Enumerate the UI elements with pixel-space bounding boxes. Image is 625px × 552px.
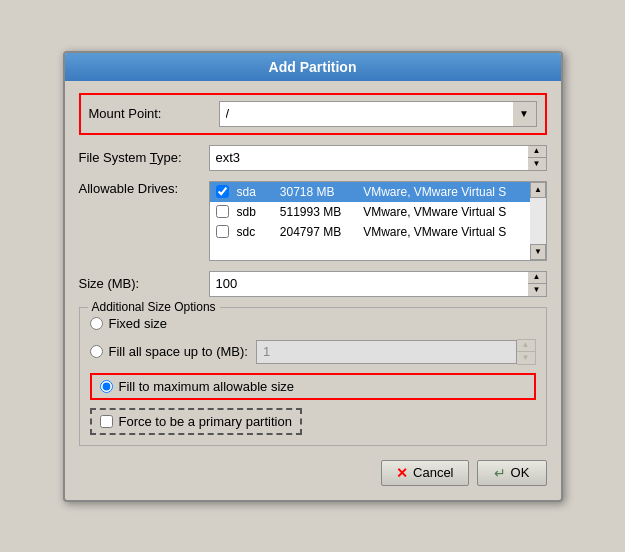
size-row: Size (MB): ▲ ▼	[79, 271, 547, 297]
force-primary-row: Force to be a primary partition	[90, 408, 302, 435]
drives-scrollbar: ▲ ▼	[531, 181, 547, 261]
file-system-field-wrap: ▲ ▼	[209, 145, 547, 171]
mount-point-label: Mount Point:	[89, 106, 219, 121]
mount-point-input[interactable]	[219, 101, 513, 127]
mount-point-field-wrap: ▼	[219, 101, 537, 127]
fill-max-radio[interactable]	[100, 380, 113, 393]
additional-size-section: Additional Size Options Fixed size Fill …	[79, 307, 547, 446]
file-system-spin-up[interactable]: ▲	[528, 146, 546, 158]
size-field-wrap: ▲ ▼	[209, 271, 547, 297]
file-system-spin-down[interactable]: ▼	[528, 158, 546, 170]
mount-point-dropdown-btn[interactable]: ▼	[513, 101, 537, 127]
drive-item-sdc[interactable]: sdc 204797 MB VMware, VMware Virtual S	[210, 222, 530, 242]
cancel-icon: ✕	[396, 465, 408, 481]
fixed-size-row: Fixed size	[90, 316, 536, 331]
fill-up-radio[interactable]	[90, 345, 103, 358]
file-system-label: File System Type:	[79, 150, 209, 165]
allowable-drives-row: Allowable Drives: sda 30718 MB VMware, V…	[79, 181, 547, 261]
fill-up-label: Fill all space up to (MB):	[109, 344, 248, 359]
ok-label: OK	[511, 465, 530, 480]
fill-up-spin-down[interactable]: ▼	[517, 352, 535, 364]
dialog-title: Add Partition	[65, 53, 561, 81]
ok-button[interactable]: ↵ OK	[477, 460, 547, 486]
drive-checkbox-sda[interactable]	[216, 185, 229, 198]
file-system-spinner: ▲ ▼	[528, 145, 547, 171]
drive-checkbox-sdb[interactable]	[216, 205, 229, 218]
drive-checkbox-sdc[interactable]	[216, 225, 229, 238]
scrollbar-down-btn[interactable]: ▼	[530, 244, 546, 260]
size-spinner: ▲ ▼	[528, 271, 547, 297]
mount-point-row: Mount Point: ▼	[79, 93, 547, 135]
scrollbar-track	[530, 198, 546, 244]
drive-item-sda[interactable]: sda 30718 MB VMware, VMware Virtual S	[210, 182, 530, 202]
button-row: ✕ Cancel ↵ OK	[79, 456, 547, 488]
drives-list: sda 30718 MB VMware, VMware Virtual S sd…	[209, 181, 531, 261]
size-label: Size (MB):	[79, 276, 209, 291]
add-partition-dialog: Add Partition Mount Point: ▼ File System…	[63, 51, 563, 502]
fill-up-input[interactable]	[256, 340, 517, 364]
fill-up-spinner: ▲ ▼	[517, 339, 536, 365]
cancel-button[interactable]: ✕ Cancel	[381, 460, 468, 486]
size-spin-up[interactable]: ▲	[528, 272, 546, 284]
section-legend: Additional Size Options	[88, 300, 220, 314]
fixed-size-radio[interactable]	[90, 317, 103, 330]
fill-max-label: Fill to maximum allowable size	[119, 379, 295, 394]
ok-icon: ↵	[494, 465, 506, 481]
drive-item-sdb[interactable]: sdb 511993 MB VMware, VMware Virtual S	[210, 202, 530, 222]
fill-up-row: Fill all space up to (MB): ▲ ▼	[90, 339, 536, 365]
allowable-drives-label: Allowable Drives:	[79, 181, 209, 196]
scrollbar-up-btn[interactable]: ▲	[530, 182, 546, 198]
file-system-row: File System Type: ▲ ▼	[79, 145, 547, 171]
fill-max-row: Fill to maximum allowable size	[90, 373, 536, 400]
force-primary-label: Force to be a primary partition	[119, 414, 292, 429]
drives-scroll-wrap: sda 30718 MB VMware, VMware Virtual S sd…	[209, 181, 547, 261]
size-spin-down[interactable]: ▼	[528, 284, 546, 296]
cancel-label: Cancel	[413, 465, 453, 480]
size-input[interactable]	[209, 271, 528, 297]
fixed-size-label: Fixed size	[109, 316, 168, 331]
fill-up-spin-up[interactable]: ▲	[517, 340, 535, 352]
force-primary-checkbox[interactable]	[100, 415, 113, 428]
file-system-input[interactable]	[209, 145, 528, 171]
